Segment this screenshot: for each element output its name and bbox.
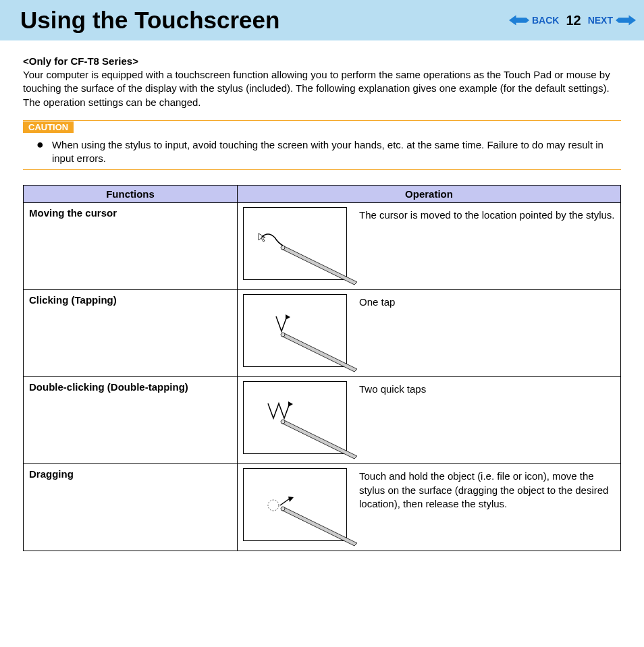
function-name: Dragging (29, 468, 74, 480)
svg-marker-1 (616, 16, 636, 26)
header-bar: Using the Touchscreen BACK 12 NEXT (0, 0, 644, 40)
next-arrow-icon[interactable] (616, 14, 636, 26)
operation-text: Touch and hold the object (i.e. file or … (359, 468, 615, 511)
function-name: Clicking (Tapping) (29, 294, 117, 306)
table-row: Clicking (Tapping)One tap (24, 290, 621, 377)
stylus-diagram-icon (243, 294, 347, 367)
subtitle: <Only for CF-T8 Series> (23, 55, 621, 67)
content-area: <Only for CF-T8 Series> Your computer is… (0, 40, 644, 565)
svg-point-7 (281, 507, 285, 511)
svg-point-2 (281, 246, 285, 250)
operation-text: Two quick taps (359, 381, 615, 396)
header-functions: Functions (24, 186, 238, 203)
svg-point-8 (268, 500, 279, 511)
function-cell: Moving the cursor (24, 203, 238, 290)
function-cell: Clicking (Tapping) (24, 290, 238, 377)
caution-item: ● When using the stylus to input, avoid … (23, 138, 621, 166)
operation-cell: The cursor is moved to the location poin… (238, 203, 621, 290)
svg-point-5 (281, 420, 285, 424)
operation-cell: One tap (238, 290, 621, 377)
back-arrow-icon[interactable] (509, 14, 529, 26)
nav-group: BACK 12 NEXT (509, 13, 636, 28)
function-cell: Double-clicking (Double-tapping) (24, 377, 238, 464)
intro-text: Your computer is equipped with a touchsc… (23, 68, 621, 109)
functions-table: Functions Operation Moving the cursorThe… (23, 185, 621, 551)
page-title: Using the Touchscreen (20, 7, 279, 34)
stylus-diagram-icon (243, 381, 347, 454)
table-row: Moving the cursorThe cursor is moved to … (24, 203, 621, 290)
stylus-diagram-icon (243, 207, 347, 280)
svg-marker-0 (509, 16, 529, 26)
table-row: Double-clicking (Double-tapping)Two quic… (24, 377, 621, 464)
bullet-icon: ● (36, 138, 44, 150)
table-row: DraggingTouch and hold the object (i.e. … (24, 464, 621, 551)
next-link[interactable]: NEXT (588, 15, 613, 26)
operation-cell: Two quick taps (238, 377, 621, 464)
function-name: Moving the cursor (29, 207, 117, 219)
function-cell: Dragging (24, 464, 238, 551)
operation-cell: Touch and hold the object (i.e. file or … (238, 464, 621, 551)
function-name: Double-clicking (Double-tapping) (29, 381, 188, 393)
header-operation: Operation (238, 186, 621, 203)
svg-point-3 (281, 333, 285, 337)
operation-text: One tap (359, 294, 615, 309)
stylus-diagram-icon (243, 468, 347, 541)
operation-text: The cursor is moved to the location poin… (359, 207, 615, 222)
caution-box: CAUTION ● When using the stylus to input… (23, 120, 621, 171)
page-number: 12 (566, 13, 581, 28)
caution-text: When using the stylus to input, avoid to… (52, 138, 621, 166)
back-link[interactable]: BACK (532, 15, 559, 26)
caution-label: CAUTION (23, 121, 74, 133)
